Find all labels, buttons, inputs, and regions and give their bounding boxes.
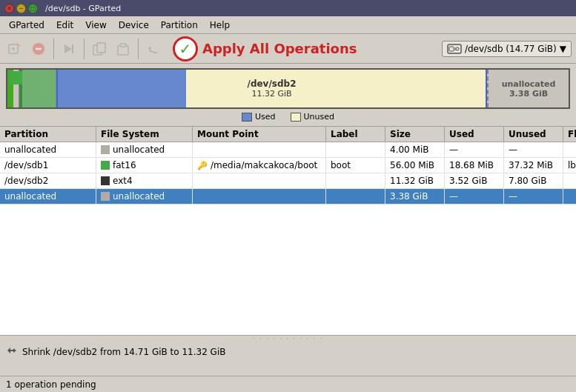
td-used-0: — xyxy=(445,142,504,157)
disk-seg-unalloc-end[interactable]: unallocated 3.38 GiB xyxy=(487,70,569,107)
status-bar: 1 operation pending xyxy=(0,376,576,392)
toolbar-separator-3 xyxy=(138,39,139,59)
disk-legend: Used Unused xyxy=(6,112,570,122)
window-title: /dev/sdb - GParted xyxy=(45,4,572,13)
table-row[interactable]: unallocated unallocated 3.38 GiB — — xyxy=(0,189,576,205)
td-label-1: boot xyxy=(326,158,385,173)
td-filesystem-3: unallocated xyxy=(96,189,193,204)
device-selector[interactable]: /dev/sdb (14.77 GiB) ▼ xyxy=(442,41,572,57)
last-partition-button[interactable] xyxy=(59,39,79,59)
table-row[interactable]: /dev/sdb2 ext4 11.32 GiB 3.52 GiB 7.80 G… xyxy=(0,173,576,189)
hdd-icon xyxy=(447,43,462,55)
ext4-size: 11.32 GiB xyxy=(251,89,291,99)
label-value-1: boot xyxy=(331,160,351,170)
partition-table: Partition File System Mount Point Label … xyxy=(0,127,576,335)
maximize-button[interactable]: □ xyxy=(28,4,38,13)
th-label: Label xyxy=(326,127,385,142)
table-body: unallocated unallocated 4.00 MiB — — xyxy=(0,142,576,205)
td-size-2: 11.32 GiB xyxy=(385,173,445,188)
size-value-0: 4.00 MiB xyxy=(390,144,428,155)
fs-name-3: unallocated xyxy=(113,191,165,202)
partition-name-3: unallocated xyxy=(4,191,56,202)
fat16-fs-icon xyxy=(9,71,22,84)
flags-value-1: lba xyxy=(568,160,576,170)
size-value-2: 11.32 GiB xyxy=(390,176,434,186)
new-partition-button[interactable] xyxy=(4,39,25,59)
fs-name-2: ext4 xyxy=(113,176,133,186)
toolbar-separator-1 xyxy=(53,39,54,59)
td-partition-2: /dev/sdb2 xyxy=(0,173,96,188)
table-row[interactable]: /dev/sdb1 fat16 🔑 /media/makcakoca/boot … xyxy=(0,158,576,173)
size-value-3: 3.38 GiB xyxy=(390,191,428,202)
table-header: Partition File System Mount Point Label … xyxy=(0,127,576,142)
menu-help[interactable]: Help xyxy=(204,19,236,32)
operations-area: · · · · · · · · · · · Shrink /dev/sdb2 f… xyxy=(0,335,576,376)
fs-icon-0 xyxy=(101,145,110,154)
menu-gparted[interactable]: GParted xyxy=(3,19,50,32)
td-unused-0: — xyxy=(504,142,563,157)
toolbar: ✓ Apply All Operations /dev/sdb (14.77 G… xyxy=(0,34,576,64)
th-unused: Unused xyxy=(504,127,563,142)
td-size-1: 56.00 MiB xyxy=(385,158,445,173)
title-bar: × − □ /dev/sdb - GParted xyxy=(0,0,576,16)
unused-value-1: 37.32 MiB xyxy=(509,160,553,170)
copy-button[interactable] xyxy=(89,39,110,59)
td-label-0 xyxy=(326,142,385,157)
unused-value-0: — xyxy=(509,144,517,155)
legend-used-box xyxy=(242,113,252,122)
td-unused-1: 37.32 MiB xyxy=(504,158,563,173)
table-row[interactable]: unallocated unallocated 4.00 MiB — — xyxy=(0,142,576,158)
ops-header: · · · · · · · · · · · xyxy=(0,336,576,342)
disk-bar: /dev/sdb2 11.32 GiB unallocated 3.38 GiB xyxy=(6,68,570,109)
close-button[interactable]: × xyxy=(4,4,14,13)
ext4-label: /dev/sdb2 xyxy=(248,79,297,89)
disk-seg-ext4[interactable]: /dev/sdb2 11.32 GiB xyxy=(56,70,487,107)
legend-used-label: Used xyxy=(255,112,276,122)
apply-label: Apply All Operations xyxy=(202,41,357,56)
status-text: 1 operation pending xyxy=(6,379,96,390)
td-mountpoint-2 xyxy=(193,173,326,188)
ext4-used-portion xyxy=(58,70,186,107)
svg-point-14 xyxy=(456,47,459,50)
operation-item-0[interactable]: Shrink /dev/sdb2 from 14.71 GiB to 11.32… xyxy=(0,342,576,362)
svg-rect-17 xyxy=(9,71,22,84)
apply-all-button[interactable]: ✓ xyxy=(173,36,198,62)
svg-rect-13 xyxy=(449,47,454,51)
apply-section: ✓ Apply All Operations xyxy=(173,36,357,62)
unalloc-end-size: 3.38 GiB xyxy=(509,89,548,99)
menu-device[interactable]: Device xyxy=(113,19,155,32)
svg-marker-3 xyxy=(18,43,21,46)
delete-partition-button[interactable] xyxy=(28,39,49,59)
td-used-1: 18.68 MiB xyxy=(445,158,504,173)
td-partition-3: unallocated xyxy=(0,189,96,204)
device-dropdown-arrow: ▼ xyxy=(560,44,566,54)
td-unused-3: — xyxy=(504,189,563,204)
fs-name-0: unallocated xyxy=(113,144,165,155)
td-flags-2 xyxy=(563,173,576,188)
window-controls: × − □ xyxy=(4,4,38,13)
td-partition-0: unallocated xyxy=(0,142,96,157)
menu-view[interactable]: View xyxy=(79,19,112,32)
minimize-button[interactable]: − xyxy=(16,4,26,13)
fs-name-1: fat16 xyxy=(113,160,136,170)
menu-edit[interactable]: Edit xyxy=(50,19,79,32)
key-icon-1: 🔑 xyxy=(197,161,208,170)
partition-name-1: /dev/sdb1 xyxy=(4,160,48,170)
size-value-1: 56.00 MiB xyxy=(390,160,434,170)
shrink-op-icon xyxy=(6,345,18,356)
legend-used: Used xyxy=(242,112,276,122)
th-size: Size xyxy=(385,127,445,142)
disk-seg-fat16[interactable] xyxy=(19,70,56,107)
partition-name-0: unallocated xyxy=(4,144,56,155)
td-label-3 xyxy=(326,189,385,204)
td-flags-3 xyxy=(563,189,576,204)
fs-icon-2 xyxy=(101,176,110,185)
op-text-0: Shrink /dev/sdb2 from 14.71 GiB to 11.32… xyxy=(22,347,225,357)
td-mountpoint-1: 🔑 /media/makcakoca/boot xyxy=(193,158,326,173)
td-flags-0 xyxy=(563,142,576,157)
menu-partition[interactable]: Partition xyxy=(155,19,204,32)
td-mountpoint-3 xyxy=(193,189,326,204)
th-used: Used xyxy=(445,127,504,142)
paste-button[interactable] xyxy=(113,39,133,59)
undo-button[interactable] xyxy=(143,39,164,59)
